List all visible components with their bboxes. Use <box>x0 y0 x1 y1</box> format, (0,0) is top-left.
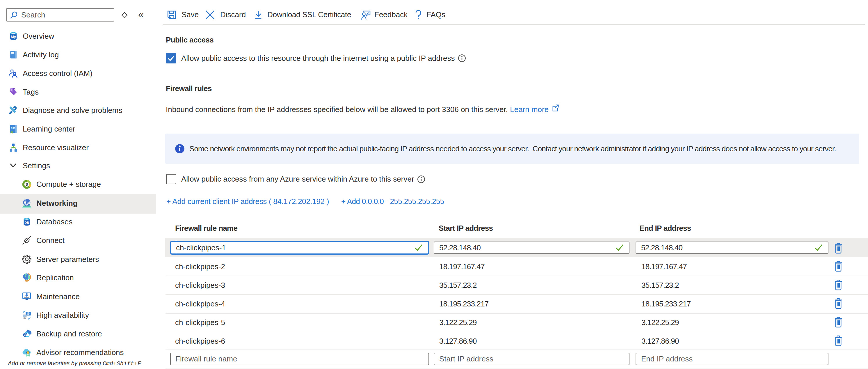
svg-text:101: 101 <box>11 127 16 129</box>
svg-text:DB: DB <box>25 221 29 224</box>
svg-text:My: My <box>11 35 16 39</box>
svg-text:$: $ <box>26 182 28 187</box>
